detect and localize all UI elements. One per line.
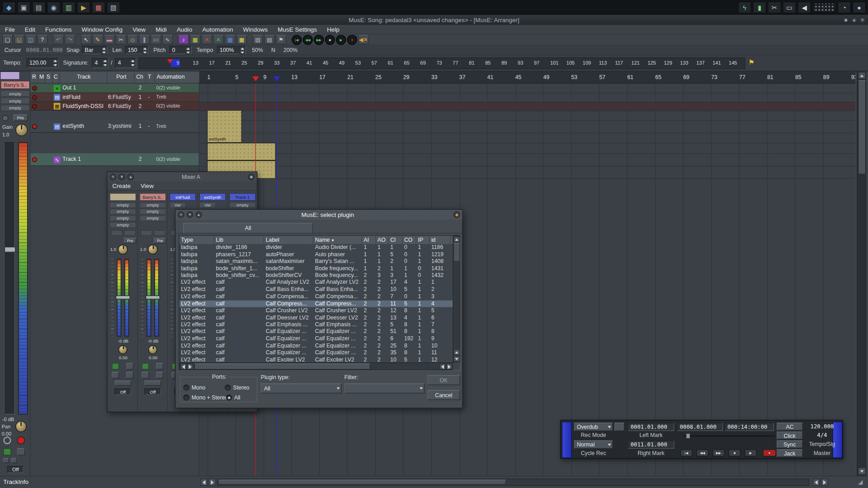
- track-row[interactable]: ▤extSynth3:yoshimi1-Treb: [30, 120, 199, 133]
- hscroll-right-button[interactable]: [209, 479, 216, 486]
- effect-slot[interactable]: empty: [109, 215, 136, 221]
- rewind-button[interactable]: ◀◀: [696, 449, 708, 456]
- play-button[interactable]: ▶: [745, 449, 757, 456]
- fast-forward-button[interactable]: ▶▶: [712, 449, 725, 456]
- record-arm-button[interactable]: [17, 436, 25, 444]
- hscroll-left-button-2[interactable]: [813, 479, 820, 486]
- slider-handle[interactable]: [686, 433, 690, 439]
- solo-button[interactable]: [156, 363, 163, 370]
- effect-slot[interactable]: empty: [0, 90, 30, 97]
- menu-edit[interactable]: Edit: [20, 26, 40, 33]
- effect-slot[interactable]: empty: [0, 104, 30, 111]
- zoom-normal-button[interactable]: N: [271, 47, 275, 53]
- scissors-tool-icon[interactable]: ✂: [116, 35, 126, 44]
- battery-icon[interactable]: ▮: [753, 2, 766, 14]
- drum-editor-icon[interactable]: ✕: [202, 35, 212, 44]
- right-mark-spinbox[interactable]: 0011.01.000: [628, 441, 675, 449]
- plugin-row[interactable]: LV2 effectcalfCalf Equalizer ...Calf Equ…: [179, 343, 453, 350]
- pointer-tool-icon[interactable]: ↖: [81, 35, 91, 44]
- playhead-marker[interactable]: [252, 76, 259, 81]
- plugin-row[interactable]: ladspabode_shifter_cv...bodeShifterCVBod…: [179, 272, 453, 279]
- fast-forward-icon[interactable]: ▶▶: [314, 35, 324, 45]
- rewind-icon[interactable]: ◀◀: [303, 35, 313, 45]
- hscroll-right-button-2[interactable]: [821, 479, 828, 486]
- hscroll-handle[interactable]: [218, 480, 506, 485]
- clock-icon[interactable]: ●: [853, 2, 866, 14]
- route-output-button[interactable]: [11, 458, 16, 463]
- right-locator-marker[interactable]: [274, 76, 280, 81]
- pan-knob[interactable]: [118, 345, 127, 354]
- stop-button[interactable]: ■: [728, 449, 741, 456]
- menu-create[interactable]: Create: [108, 183, 136, 189]
- bar-ruler[interactable]: 1591317212529333741454953576165697377818…: [199, 71, 855, 84]
- variation-combo[interactable]: Var: [199, 202, 216, 208]
- table-hscrollbar[interactable]: [179, 362, 453, 370]
- score-editor-icon[interactable]: ♪: [178, 35, 189, 44]
- column-header-ao[interactable]: AO: [376, 236, 388, 244]
- zoom-tool-icon[interactable]: ∿: [162, 35, 173, 44]
- record-arm-indicator[interactable]: [32, 95, 37, 100]
- cliplist-editor-icon[interactable]: ▦: [236, 35, 247, 44]
- tempo-spin-arrows[interactable]: [240, 47, 245, 53]
- mute-button[interactable]: [142, 363, 149, 370]
- plugin-row[interactable]: LV2 effectcalfCalf Deesser LV2Calf Deess…: [179, 314, 453, 321]
- maximize-icon[interactable]: ▲: [851, 17, 858, 23]
- printer-icon[interactable]: ▭: [783, 2, 796, 14]
- plugin-row[interactable]: ladspaphasers_1217autoPhaserAuto phaser1…: [179, 251, 453, 258]
- media-player-icon[interactable]: ▶: [77, 2, 90, 14]
- position-spinbox[interactable]: 0008.01.000: [677, 423, 723, 431]
- effect-slot[interactable]: empty: [109, 209, 136, 215]
- input-button[interactable]: [2, 115, 8, 121]
- strip-mini-combo[interactable]: [154, 230, 165, 235]
- plugin-row[interactable]: LV2 effectcalfCalf Emphasis ...Calf Emph…: [179, 321, 453, 328]
- route-button[interactable]: [156, 372, 163, 379]
- effect-slot[interactable]: empty: [0, 98, 30, 104]
- night-mode-icon[interactable]: ◔: [838, 2, 851, 14]
- mute-button[interactable]: [112, 363, 119, 370]
- column-header-ci[interactable]: CI: [389, 236, 403, 244]
- plugin-row[interactable]: LV2 effectcalfCalf Equalizer ...Calf Equ…: [179, 349, 453, 357]
- metronome-mute-icon[interactable]: ◀✕: [358, 35, 368, 44]
- wave-editor-icon[interactable]: ▦: [225, 35, 235, 44]
- plugin-row[interactable]: LV2 effectcalfCalf Analyzer LV2Calf Anal…: [179, 279, 453, 286]
- signature-denominator-spinbox[interactable]: 4: [115, 58, 137, 68]
- table-vscrollbar[interactable]: [453, 236, 460, 362]
- radio-mono[interactable]: [183, 385, 189, 390]
- workspace-pager-icon[interactable]: [813, 3, 836, 13]
- pitch-spinbox[interactable]: 0: [170, 46, 192, 54]
- pan-knob[interactable]: [148, 345, 157, 354]
- strip-name[interactable]: Barry's S..: [140, 193, 166, 201]
- effect-slot[interactable]: empty: [140, 215, 166, 221]
- resize-grip-icon[interactable]: ◢: [858, 479, 863, 486]
- output-route-button[interactable]: [145, 380, 161, 385]
- shade-icon[interactable]: ▼: [118, 174, 125, 180]
- radio-stereo[interactable]: [225, 385, 231, 390]
- scroll-handle[interactable]: [858, 80, 866, 174]
- mute-button[interactable]: [3, 448, 11, 455]
- table-scroll-left[interactable]: [180, 363, 186, 369]
- table-scroll-up-2[interactable]: [453, 349, 460, 355]
- close-icon[interactable]: ✕: [178, 211, 184, 218]
- tempo-scale-spinbox[interactable]: 100%: [217, 46, 246, 54]
- mixer-a-toggle-icon[interactable]: ▤: [252, 35, 263, 44]
- plugin-row[interactable]: ladspasatan_maximis...satanMaximiserBarr…: [179, 258, 453, 265]
- column-header-lib[interactable]: Lib: [214, 236, 264, 244]
- volume-icon[interactable]: ◀: [797, 2, 811, 14]
- close-icon[interactable]: ✕: [109, 174, 116, 180]
- len-spinbox[interactable]: 150: [125, 46, 148, 54]
- window-titlebar[interactable]: MusE: Song: pedastal3 <unsaved changes> …: [0, 15, 868, 25]
- gain-knob[interactable]: [15, 124, 28, 136]
- cycle-mode-combo[interactable]: Normal: [574, 441, 613, 449]
- filter-combo[interactable]: [344, 384, 425, 394]
- list-editor-icon[interactable]: ✕: [213, 35, 223, 44]
- terminal-icon[interactable]: ▥: [62, 2, 75, 14]
- effect-slot[interactable]: empty: [229, 202, 256, 208]
- maximize-icon[interactable]: ▲: [127, 174, 134, 180]
- record-icon[interactable]: ●: [347, 35, 357, 45]
- ok-button[interactable]: OK: [427, 375, 460, 385]
- column-header-ai[interactable]: AI: [362, 236, 376, 244]
- pre-button[interactable]: Pre: [124, 238, 136, 244]
- fader-handle[interactable]: [146, 296, 160, 300]
- table-scroll-down[interactable]: [453, 356, 460, 361]
- solo-button[interactable]: [126, 363, 133, 370]
